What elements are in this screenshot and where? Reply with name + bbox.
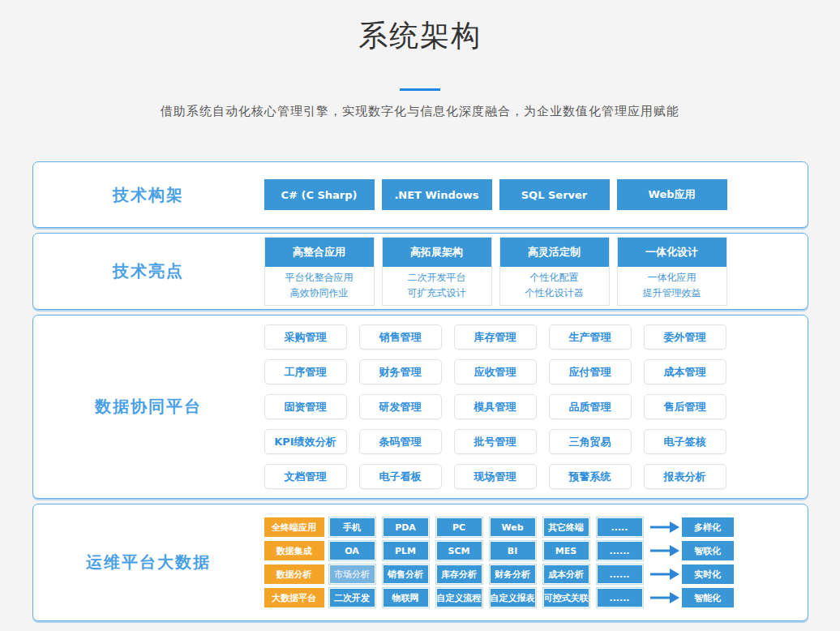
arrow-right-icon — [650, 569, 679, 580]
bigdata-item[interactable]: SCM — [436, 541, 482, 560]
bigdata-result[interactable]: 智能化 — [682, 588, 734, 607]
highlight-cards: 高整合应用 平台化整合应用 高效协同作业 高拓展架构 二次开发平台 可扩充式设计… — [264, 237, 808, 306]
tech-item-dotnet[interactable]: .NET Windows — [382, 179, 492, 210]
sections-container: 技术构架 C# (C Sharp) .NET Windows SQL Serve… — [0, 161, 840, 621]
module-button[interactable]: 条码管理 — [359, 429, 442, 454]
bigdata-item[interactable]: Web — [490, 517, 536, 537]
module-button[interactable]: 采购管理 — [264, 324, 347, 350]
highlight-card-body: 平台化整合应用 高效协同作业 — [265, 267, 374, 305]
highlight-line: 一体化应用 — [618, 270, 726, 285]
bigdata-item[interactable]: 自定义流程 — [436, 588, 482, 607]
module-button[interactable]: 固资管理 — [264, 394, 347, 419]
module-button[interactable]: 模具管理 — [454, 394, 537, 419]
module-button[interactable]: KPI绩效分析 — [264, 429, 347, 454]
module-button[interactable]: 文档管理 — [264, 464, 347, 489]
module-button[interactable]: 库存管理 — [454, 324, 537, 350]
highlight-card-customization[interactable]: 高灵活定制 个性化配置 个性化设计器 — [499, 237, 610, 306]
bigdata-label: 运维平台大数据 — [33, 552, 264, 573]
bigdata-item[interactable]: 市场分析 — [329, 564, 375, 584]
bigdata-item[interactable]: 自定义报表 — [490, 588, 536, 607]
highlight-card-title: 高整合应用 — [265, 238, 374, 267]
category-button[interactable]: 全终端应用 — [264, 517, 324, 537]
module-button[interactable]: 三角贸易 — [549, 429, 632, 454]
bigdata-item[interactable]: 成本分析 — [543, 564, 589, 584]
module-grid: 采购管理 销售管理 库存管理 生产管理 委外管理 工序管理 财务管理 应收管理 … — [264, 324, 808, 489]
bigdata-item[interactable]: PDA — [383, 517, 429, 537]
highlight-line: 二次开发平台 — [383, 270, 491, 285]
bigdata-item-more[interactable]: ...... — [597, 588, 643, 607]
module-button[interactable]: 委外管理 — [644, 324, 726, 350]
highlight-card-title: 一体化设计 — [618, 238, 726, 267]
bigdata-rows: 全终端应用 手机 PDA PC Web 其它终端 ..... 多样化 数据集成 … — [264, 512, 808, 613]
data-platform-label: 数据协同平台 — [33, 396, 264, 418]
bigdata-item[interactable]: BI — [490, 541, 536, 560]
section-bigdata: 运维平台大数据 全终端应用 手机 PDA PC Web 其它终端 ..... 多… — [32, 504, 808, 621]
highlight-line: 平台化整合应用 — [265, 270, 374, 285]
arrow-right-icon — [650, 592, 679, 603]
bigdata-item[interactable]: 可控式关联 — [543, 588, 589, 607]
highlights-label: 技术亮点 — [33, 260, 264, 282]
arrow-right-icon — [650, 545, 679, 556]
module-button[interactable]: 应付管理 — [549, 359, 632, 384]
bigdata-item[interactable]: 销售分析 — [383, 564, 429, 584]
module-button[interactable]: 工序管理 — [264, 359, 347, 384]
module-button[interactable]: 生产管理 — [549, 324, 632, 350]
bigdata-item[interactable]: 库存分析 — [436, 564, 482, 584]
module-button[interactable]: 品质管理 — [549, 394, 632, 419]
data-platform-body: 采购管理 销售管理 库存管理 生产管理 委外管理 工序管理 财务管理 应收管理 … — [264, 324, 808, 489]
highlight-line: 个性化配置 — [500, 270, 609, 285]
bigdata-item-more[interactable]: ...... — [597, 541, 643, 560]
bigdata-result[interactable]: 智联化 — [682, 541, 734, 560]
bigdata-item[interactable]: 其它终端 — [543, 517, 589, 537]
bigdata-item[interactable]: PC — [436, 517, 482, 537]
tech-item-web[interactable]: Web应用 — [617, 179, 727, 210]
highlight-line: 可扩充式设计 — [383, 285, 491, 301]
bigdata-item[interactable]: PLM — [383, 541, 429, 560]
module-button[interactable]: 研发管理 — [359, 394, 442, 419]
module-button[interactable]: 电子看板 — [359, 464, 442, 489]
category-button[interactable]: 数据集成 — [264, 541, 324, 560]
module-button[interactable]: 预警系统 — [549, 464, 632, 489]
highlight-card-integration[interactable]: 高整合应用 平台化整合应用 高效协同作业 — [264, 237, 375, 306]
title-divider — [400, 88, 440, 91]
tech-item-sqlserver[interactable]: SQL Server — [499, 179, 610, 210]
bigdata-item[interactable]: OA — [329, 541, 375, 560]
bigdata-result[interactable]: 实时化 — [682, 564, 734, 584]
bigdata-row-terminals: 全终端应用 手机 PDA PC Web 其它终端 ..... 多样化 — [264, 517, 808, 537]
bigdata-item[interactable]: 财务分析 — [490, 564, 536, 584]
module-button[interactable]: 售后管理 — [644, 394, 726, 419]
module-button[interactable]: 销售管理 — [359, 324, 442, 350]
highlight-card-extension[interactable]: 高拓展架构 二次开发平台 可扩充式设计 — [382, 237, 492, 306]
highlight-line: 个性化设计器 — [500, 285, 609, 301]
bigdata-result[interactable]: 多样化 — [682, 517, 734, 537]
bigdata-row-analysis: 数据分析 市场分析 销售分析 库存分析 财务分析 成本分析 ...... 实时化 — [264, 564, 808, 584]
highlight-card-body: 一体化应用 提升管理效益 — [618, 267, 726, 305]
tech-item-csharp[interactable]: C# (C Sharp) — [264, 179, 375, 210]
page-subtitle: 借助系统自动化核心管理引擎，实现数字化与信息化深度融合，为企业数值化管理应用赋能 — [0, 104, 840, 119]
bigdata-row-integration: 数据集成 OA PLM SCM BI MES ...... 智联化 — [264, 541, 808, 560]
tech-stack-buttons: C# (C Sharp) .NET Windows SQL Server Web… — [264, 179, 808, 210]
category-button[interactable]: 大数据平台 — [264, 588, 324, 607]
module-button[interactable]: 成本管理 — [644, 359, 726, 384]
section-highlights: 技术亮点 高整合应用 平台化整合应用 高效协同作业 高拓展架构 二次开发平台 可… — [32, 233, 808, 310]
module-button[interactable]: 报表分析 — [644, 464, 726, 489]
highlight-line: 提升管理效益 — [618, 285, 726, 301]
module-button[interactable]: 现场管理 — [454, 464, 537, 489]
module-button[interactable]: 应收管理 — [454, 359, 537, 384]
module-button[interactable]: 电子签核 — [644, 429, 726, 454]
bigdata-item[interactable]: 二次开发 — [329, 588, 375, 607]
highlight-card-title: 高灵活定制 — [500, 238, 609, 267]
bigdata-item[interactable]: 物联网 — [383, 588, 429, 607]
bigdata-row-platform: 大数据平台 二次开发 物联网 自定义流程 自定义报表 可控式关联 ...... … — [264, 588, 808, 607]
highlight-card-unified[interactable]: 一体化设计 一体化应用 提升管理效益 — [617, 237, 727, 306]
bigdata-item-more[interactable]: ...... — [597, 564, 643, 584]
module-button[interactable]: 财务管理 — [359, 359, 442, 384]
bigdata-item[interactable]: MES — [543, 541, 589, 560]
bigdata-item-more[interactable]: ..... — [597, 517, 643, 537]
highlight-card-body: 二次开发平台 可扩充式设计 — [383, 267, 491, 305]
module-button[interactable]: 批号管理 — [454, 429, 537, 454]
bigdata-item[interactable]: 手机 — [329, 517, 375, 537]
system-architecture-page: 系统架构 借助系统自动化核心管理引擎，实现数字化与信息化深度融合，为企业数值化管… — [0, 0, 840, 621]
category-button[interactable]: 数据分析 — [264, 564, 324, 584]
page-title: 系统架构 — [0, 16, 840, 56]
